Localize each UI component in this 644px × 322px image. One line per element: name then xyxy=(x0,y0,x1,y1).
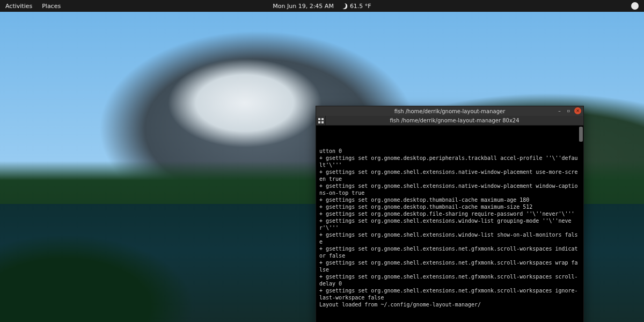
gnome-top-bar: Activities Places Mon Jun 19, 2:45 AM 61… xyxy=(0,0,644,12)
terminal-line: utton 0 xyxy=(319,148,580,155)
terminal-lines: utton 0+ gsettings set org.gnome.desktop… xyxy=(319,148,580,308)
svg-rect-2 xyxy=(318,121,320,123)
terminal-line: Layout loaded from ~/.config/gnome-layou… xyxy=(319,301,580,308)
terminal-line: + gsettings set org.gnome.desktop.file-s… xyxy=(319,210,580,217)
terminal-tab-bar: fish /home/derrik/gnome-layout-manager 8… xyxy=(316,116,583,126)
window-titlebar[interactable]: fish /home/derrik/gnome-layout-manager xyxy=(316,106,583,116)
svg-rect-1 xyxy=(321,118,324,120)
terminal-window[interactable]: fish /home/derrik/gnome-layout-manager f… xyxy=(316,106,584,322)
weather-indicator[interactable]: 61.5 °F xyxy=(341,3,371,10)
terminal-line: + gsettings set org.gnome.shell.extensio… xyxy=(319,217,580,231)
places-menu[interactable]: Places xyxy=(42,3,61,10)
scrollbar-thumb[interactable] xyxy=(579,127,583,142)
minimize-button[interactable] xyxy=(556,107,563,114)
new-tab-button[interactable] xyxy=(316,116,326,125)
window-title: fish /home/derrik/gnome-layout-manager xyxy=(394,108,506,114)
terminal-line: + gsettings set org.gnome.shell.extensio… xyxy=(319,182,580,196)
terminal-line: + gsettings set org.gnome.desktop.thumbn… xyxy=(319,203,580,210)
moon-icon xyxy=(341,3,347,9)
clock[interactable]: Mon Jun 19, 2:45 AM xyxy=(273,3,334,10)
close-button[interactable] xyxy=(574,107,581,114)
terminal-line: + gsettings set org.gnome.shell.extensio… xyxy=(319,259,580,273)
svg-rect-3 xyxy=(321,121,324,123)
terminal-line: + gsettings set org.gnome.desktop.thumbn… xyxy=(319,196,580,203)
grid-icon xyxy=(318,118,324,123)
terminal-output[interactable]: utton 0+ gsettings set org.gnome.desktop… xyxy=(316,126,583,322)
terminal-line: + gsettings set org.gnome.desktop.periph… xyxy=(319,155,580,169)
terminal-line: + gsettings set org.gnome.shell.extensio… xyxy=(319,245,580,259)
system-status-icon[interactable] xyxy=(631,2,639,10)
terminal-line: + gsettings set org.gnome.shell.extensio… xyxy=(319,231,580,245)
terminal-line: + gsettings set org.gnome.shell.extensio… xyxy=(319,169,580,182)
maximize-button[interactable] xyxy=(565,107,572,114)
terminal-line: + gsettings set org.gnome.shell.extensio… xyxy=(319,273,580,287)
activities-button[interactable]: Activities xyxy=(5,3,32,10)
terminal-tab[interactable]: fish /home/derrik/gnome-layout-manager 8… xyxy=(326,118,583,123)
terminal-line: + gsettings set org.gnome.shell.extensio… xyxy=(319,287,580,301)
svg-rect-0 xyxy=(318,118,320,120)
weather-temp: 61.5 °F xyxy=(350,3,371,10)
